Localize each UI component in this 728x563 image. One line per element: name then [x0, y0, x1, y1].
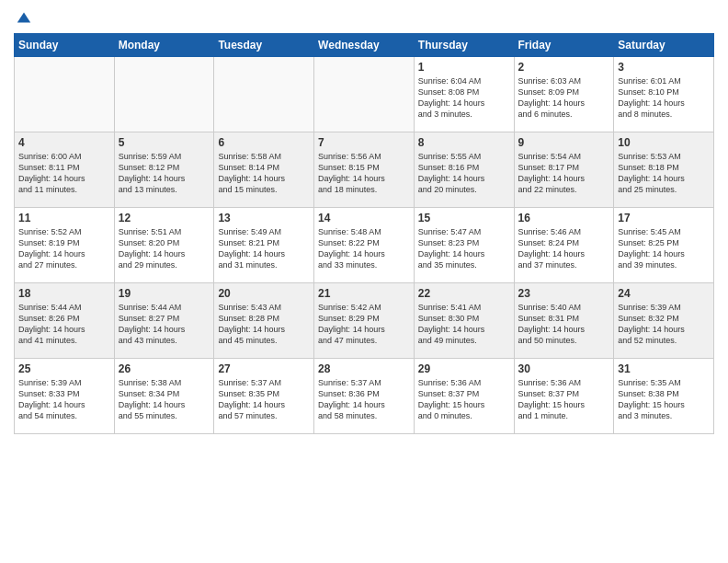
cell-info: and 39 minutes. — [618, 259, 710, 270]
calendar-cell: 3Sunrise: 6:01 AMSunset: 8:10 PMDaylight… — [614, 57, 714, 132]
header — [14, 9, 714, 26]
cell-info: and 50 minutes. — [518, 335, 610, 346]
cell-info: Sunset: 8:08 PM — [418, 86, 510, 98]
day-number: 1 — [418, 61, 510, 74]
cell-info: Sunrise: 5:37 AM — [218, 377, 310, 388]
day-number: 23 — [518, 287, 610, 300]
cell-info: and 55 minutes. — [119, 410, 210, 421]
day-header-thursday: Thursday — [414, 34, 514, 57]
week-row-3: 11Sunrise: 5:52 AMSunset: 8:19 PMDayligh… — [15, 208, 714, 283]
calendar-cell: 10Sunrise: 5:53 AMSunset: 8:18 PMDayligh… — [614, 132, 714, 208]
day-number: 28 — [318, 362, 410, 375]
day-number: 2 — [518, 61, 610, 74]
cell-info: Daylight: 14 hours — [18, 248, 110, 259]
day-number: 18 — [18, 287, 110, 300]
cell-info: Sunset: 8:20 PM — [119, 237, 210, 248]
cell-info: Sunset: 8:11 PM — [18, 162, 110, 173]
day-number: 27 — [218, 362, 310, 375]
cell-info: Sunset: 8:26 PM — [18, 313, 110, 324]
day-number: 15 — [418, 212, 510, 224]
cell-info: Daylight: 14 hours — [618, 173, 710, 184]
calendar-cell — [114, 57, 214, 132]
cell-info: Daylight: 14 hours — [318, 324, 410, 335]
cell-info: Sunrise: 5:42 AM — [318, 302, 410, 313]
calendar-cell: 22Sunrise: 5:41 AMSunset: 8:30 PMDayligh… — [414, 283, 514, 359]
cell-info: Sunset: 8:35 PM — [218, 388, 310, 399]
day-header-tuesday: Tuesday — [214, 34, 314, 57]
week-row-1: 1Sunrise: 6:04 AMSunset: 8:08 PMDaylight… — [15, 57, 714, 132]
calendar-cell — [314, 57, 415, 132]
day-number: 12 — [119, 212, 210, 224]
cell-info: Daylight: 14 hours — [218, 324, 310, 335]
day-number: 24 — [618, 287, 710, 300]
cell-info: Sunset: 8:28 PM — [218, 313, 310, 324]
cell-info: Daylight: 14 hours — [318, 248, 410, 259]
cell-info: and 8 minutes. — [618, 109, 710, 120]
cell-info: Sunrise: 5:45 AM — [618, 226, 710, 237]
day-number: 9 — [518, 136, 610, 149]
cell-info: and 11 minutes. — [18, 184, 110, 195]
cell-info: Sunrise: 5:47 AM — [418, 226, 510, 237]
cell-info: Daylight: 14 hours — [18, 399, 110, 410]
cell-info: Sunset: 8:15 PM — [318, 162, 410, 173]
cell-info: and 1 minute. — [518, 410, 610, 421]
cell-info: Sunset: 8:14 PM — [218, 162, 310, 173]
cell-info: and 29 minutes. — [119, 259, 210, 270]
cell-info: Daylight: 14 hours — [318, 399, 410, 410]
cell-info: Sunset: 8:21 PM — [218, 237, 310, 248]
cell-info: Sunset: 8:22 PM — [318, 237, 410, 248]
cell-info: Sunrise: 6:01 AM — [618, 75, 710, 86]
cell-info: and 6 minutes. — [518, 109, 610, 120]
cell-info: and 0 minutes. — [418, 410, 510, 421]
day-number: 13 — [218, 212, 310, 224]
day-header-wednesday: Wednesday — [314, 34, 415, 57]
calendar-cell — [15, 57, 115, 132]
cell-info: and 18 minutes. — [318, 184, 410, 195]
cell-info: Daylight: 14 hours — [418, 173, 510, 184]
calendar-cell: 27Sunrise: 5:37 AMSunset: 8:35 PMDayligh… — [214, 359, 314, 434]
cell-info: Daylight: 14 hours — [119, 399, 210, 410]
cell-info: Daylight: 14 hours — [518, 324, 610, 335]
cell-info: Sunrise: 5:59 AM — [119, 151, 210, 162]
cell-info: Sunset: 8:34 PM — [119, 388, 210, 399]
calendar-cell: 17Sunrise: 5:45 AMSunset: 8:25 PMDayligh… — [614, 208, 714, 283]
main-container: SundayMondayTuesdayWednesdayThursdayFrid… — [0, 0, 728, 443]
calendar-cell: 9Sunrise: 5:54 AMSunset: 8:17 PMDaylight… — [514, 132, 614, 208]
cell-info: Sunset: 8:18 PM — [618, 162, 710, 173]
calendar-cell: 30Sunrise: 5:36 AMSunset: 8:37 PMDayligh… — [514, 359, 614, 434]
cell-info: Daylight: 14 hours — [418, 248, 510, 259]
cell-info: Sunrise: 5:35 AM — [618, 377, 710, 388]
calendar-cell: 2Sunrise: 6:03 AMSunset: 8:09 PMDaylight… — [514, 57, 614, 132]
svg-marker-0 — [17, 13, 30, 23]
day-number: 4 — [18, 136, 110, 149]
day-number: 21 — [318, 287, 410, 300]
calendar-cell: 12Sunrise: 5:51 AMSunset: 8:20 PMDayligh… — [114, 208, 214, 283]
day-number: 26 — [119, 362, 210, 375]
day-number: 22 — [418, 287, 510, 300]
cell-info: and 49 minutes. — [418, 335, 510, 346]
cell-info: Sunrise: 5:39 AM — [618, 302, 710, 313]
cell-info: Sunrise: 5:36 AM — [518, 377, 610, 388]
cell-info: Sunset: 8:17 PM — [518, 162, 610, 173]
calendar-cell: 23Sunrise: 5:40 AMSunset: 8:31 PMDayligh… — [514, 283, 614, 359]
day-number: 17 — [618, 212, 710, 224]
logo-icon — [16, 9, 32, 26]
week-row-2: 4Sunrise: 6:00 AMSunset: 8:11 PMDaylight… — [15, 132, 714, 208]
day-number: 3 — [618, 61, 710, 74]
cell-info: Sunrise: 5:37 AM — [318, 377, 410, 388]
cell-info: Sunrise: 5:39 AM — [18, 377, 110, 388]
cell-info: Sunrise: 5:53 AM — [618, 151, 710, 162]
cell-info: Daylight: 14 hours — [218, 173, 310, 184]
cell-info: and 35 minutes. — [418, 259, 510, 270]
cell-info: and 3 minutes. — [418, 109, 510, 120]
cell-info: Daylight: 14 hours — [518, 173, 610, 184]
cell-info: Daylight: 14 hours — [518, 98, 610, 109]
week-row-4: 18Sunrise: 5:44 AMSunset: 8:26 PMDayligh… — [15, 283, 714, 359]
cell-info: Sunset: 8:09 PM — [518, 86, 610, 98]
cell-info: Sunset: 8:10 PM — [618, 86, 710, 98]
calendar-cell: 1Sunrise: 6:04 AMSunset: 8:08 PMDaylight… — [414, 57, 514, 132]
cell-info: and 37 minutes. — [518, 259, 610, 270]
cell-info: and 45 minutes. — [218, 335, 310, 346]
calendar-table: SundayMondayTuesdayWednesdayThursdayFrid… — [14, 33, 714, 434]
cell-info: Daylight: 14 hours — [418, 324, 510, 335]
